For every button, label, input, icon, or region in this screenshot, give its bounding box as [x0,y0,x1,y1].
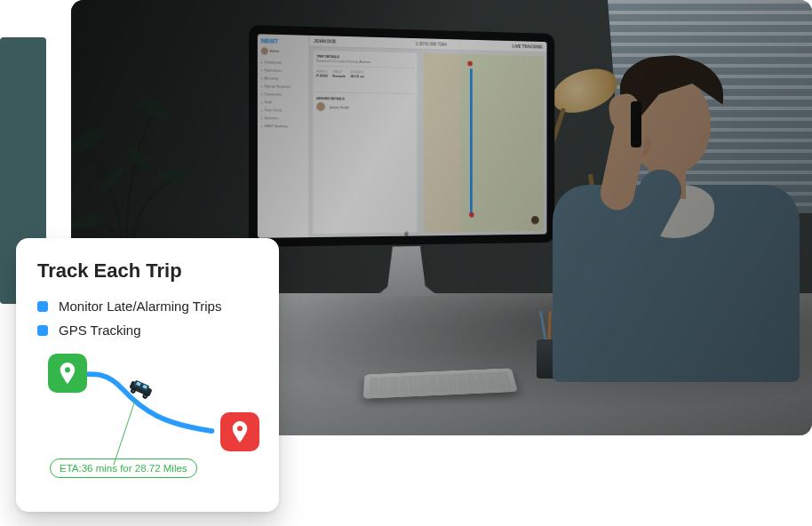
bullet-label: GPS Tracking [59,323,141,338]
location-pin-icon [232,421,248,442]
bullet-item: GPS Tracking [37,323,258,338]
bullet-dot-icon [37,325,48,336]
card-title: Track Each Trip [37,259,258,283]
feature-card: Track Each Trip Monitor Late/Alarming Tr… [16,238,279,512]
route-start-pin [48,354,87,393]
route-illustration: ETA:36 mins for 28.72 Miles [37,348,258,482]
bullet-label: Monitor Late/Alarming Trips [59,299,221,314]
bullet-dot-icon [37,301,48,312]
location-pin-icon [60,363,76,384]
route-end-pin [220,412,259,451]
eta-badge: ETA:36 mins for 28.72 Miles [50,458,197,478]
bullet-item: Monitor Late/Alarming Trips [37,299,258,314]
